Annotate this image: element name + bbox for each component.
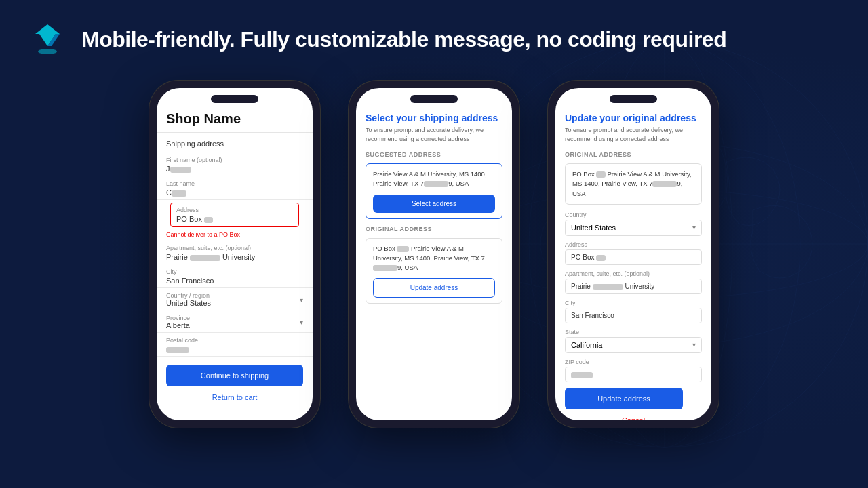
select-shipping-subtitle: To ensure prompt and accurate delivery, … xyxy=(366,126,502,143)
po-box-error: Cannot deliver to a PO Box xyxy=(157,230,313,241)
city-input-3[interactable]: San Francisco xyxy=(565,308,702,323)
apt-blur-3: xxxxxxxxxx xyxy=(593,284,623,290)
first-name-field: First name (optional) Jxxxxxxx xyxy=(157,152,313,176)
apt-blur: xxxxxxxxxx xyxy=(190,255,220,261)
update-address-button-3[interactable]: Update address xyxy=(565,388,683,409)
address-blur: xxx xyxy=(204,217,214,223)
address-label: Address xyxy=(176,207,293,214)
province-chevron-icon: ▾ xyxy=(300,319,303,326)
country-value: United States xyxy=(166,299,211,307)
shipping-address-title: Shipping address xyxy=(157,133,313,152)
apt-label-3: Apartment, suite, etc. (optional) xyxy=(565,270,702,277)
state-label-3: State xyxy=(565,329,702,336)
addr-blur-3: xxx xyxy=(596,255,606,261)
last-name-label: Last name xyxy=(166,180,303,187)
country-value-3: United States xyxy=(571,224,616,232)
city-field: City San Francisco xyxy=(157,264,313,288)
return-to-cart-link[interactable]: Return to cart xyxy=(157,390,313,404)
country-field[interactable]: Country / region United States ▾ xyxy=(157,288,313,310)
address-label-3: Address xyxy=(565,241,702,248)
zip-blur: xxxxxxx xyxy=(571,372,593,378)
header: Mobile-friendly. Fully customizable mess… xyxy=(0,0,868,73)
phone-2: Select your shipping address To ensure p… xyxy=(348,80,520,428)
original-label-2: ORIGINAL ADDRESS xyxy=(366,226,502,232)
state-group-3: State California ▾ xyxy=(565,329,702,353)
address-input-3[interactable]: PO Box xxx xyxy=(565,249,702,265)
phone-1: Shop Name Shipping address First name (o… xyxy=(149,80,321,428)
logo-icon xyxy=(27,19,68,60)
select-address-button[interactable]: Select address xyxy=(373,195,495,213)
first-name-label: First name (optional) xyxy=(166,157,303,163)
phone-2-screen: Select your shipping address To ensure p… xyxy=(356,88,512,420)
first-name-value: J xyxy=(166,165,170,173)
last-name-field: Last name Cxxxxx xyxy=(157,176,313,200)
apt-input-3[interactable]: Prairie xxxxxxxxxx University xyxy=(565,279,702,294)
orig-box-blur-2: xxxxxxxx xyxy=(652,181,677,187)
last-name-value: C xyxy=(166,188,172,197)
postal-field: Postal code xxx xxxx xyxy=(157,333,313,357)
province-value: Alberta xyxy=(166,321,190,329)
select-shipping-title: Select your shipping address xyxy=(366,113,502,123)
apt-label: Apartment, suite, etc. (optional) xyxy=(166,245,303,251)
postal-label: Postal code xyxy=(166,337,303,344)
province-field[interactable]: Province Alberta ▾ xyxy=(157,310,313,333)
state-value-3: California xyxy=(571,341,602,349)
dynamic-island-3 xyxy=(610,95,657,103)
phone-1-screen: Shop Name Shipping address First name (o… xyxy=(157,88,313,420)
zip-input-3[interactable]: xxxxxxx xyxy=(565,367,702,382)
phone-3-screen: Update your original address To ensure p… xyxy=(555,88,711,420)
city-label-3: City xyxy=(565,300,702,306)
dynamic-island-1 xyxy=(211,95,258,103)
original-label-3: ORIGINAL ADDRESS xyxy=(565,151,702,158)
country-label: Country / region xyxy=(166,292,211,299)
shop-name: Shop Name xyxy=(166,111,303,127)
postal-blur: xxx xxxx xyxy=(166,347,189,353)
country-chevron-3-icon: ▾ xyxy=(692,224,696,231)
country-chevron-icon: ▾ xyxy=(300,296,303,304)
phones-container: Shop Name Shipping address First name (o… xyxy=(0,73,868,435)
country-label-3: Country xyxy=(565,211,702,218)
country-group-3: Country United States ▾ xyxy=(565,211,702,236)
zip-label-3: ZIP code xyxy=(565,359,702,365)
address-value: PO Box xyxy=(176,215,202,223)
apt-group-3: Apartment, suite, etc. (optional) Prairi… xyxy=(565,270,702,294)
page-headline: Mobile-friendly. Fully customizable mess… xyxy=(81,27,726,52)
dynamic-island-2 xyxy=(410,95,458,103)
original-address-box: PO Box xxx Prairie View A & M University… xyxy=(565,163,702,205)
suggested-blur: xxxxxxxx xyxy=(424,181,448,187)
svg-point-7 xyxy=(38,49,57,54)
cancel-button-3[interactable]: Cancel xyxy=(565,412,702,420)
orig-address-text: PO Box xyxy=(373,245,395,252)
continue-to-shipping-button[interactable]: Continue to shipping xyxy=(166,365,303,386)
orig-blur-2: xxxxxxxx xyxy=(373,265,397,271)
phone-3: Update your original address To ensure p… xyxy=(547,80,719,428)
city-value: San Francisco xyxy=(166,277,214,285)
suggested-address-card: Prairie View A & M University, MS 1400, … xyxy=(366,163,502,219)
address-field-error[interactable]: Address PO Box xxx xyxy=(170,203,299,227)
last-name-blur: xxxxx xyxy=(172,190,187,197)
apt-suffix: University xyxy=(222,253,255,261)
original-address-card: PO Box xxxx Prairie View A & M Universit… xyxy=(366,238,502,304)
apt-field: Apartment, suite, etc. (optional) Prairi… xyxy=(157,241,313,264)
checkout-screen: Shop Name Shipping address First name (o… xyxy=(157,103,313,404)
country-select-3[interactable]: United States ▾ xyxy=(565,220,702,236)
state-select-3[interactable]: California ▾ xyxy=(565,337,702,353)
city-group-3: City San Francisco xyxy=(565,300,702,323)
shop-header: Shop Name xyxy=(157,103,313,133)
first-name-blur: xxxxxxx xyxy=(170,167,192,173)
update-address-screen: Update your original address To ensure p… xyxy=(555,103,711,420)
orig-blur: xxxx xyxy=(397,246,409,252)
zip-group-3: ZIP code xxxxxxx xyxy=(565,359,702,382)
orig-box-blur: xxx xyxy=(596,171,606,178)
update-address-title: Update your original address xyxy=(565,113,702,123)
apt-value: Prairie xyxy=(166,253,188,261)
state-chevron-3-icon: ▾ xyxy=(692,341,696,348)
update-address-subtitle: To ensure prompt and accurate delivery, … xyxy=(565,126,702,143)
city-label: City xyxy=(166,268,303,275)
suggested-label: SUGGESTED ADDRESS xyxy=(366,151,502,158)
province-label: Province xyxy=(166,314,190,321)
select-shipping-screen: Select your shipping address To ensure p… xyxy=(356,103,512,319)
address-group-3: Address PO Box xxx xyxy=(565,241,702,265)
update-address-button-2[interactable]: Update address xyxy=(373,278,495,298)
